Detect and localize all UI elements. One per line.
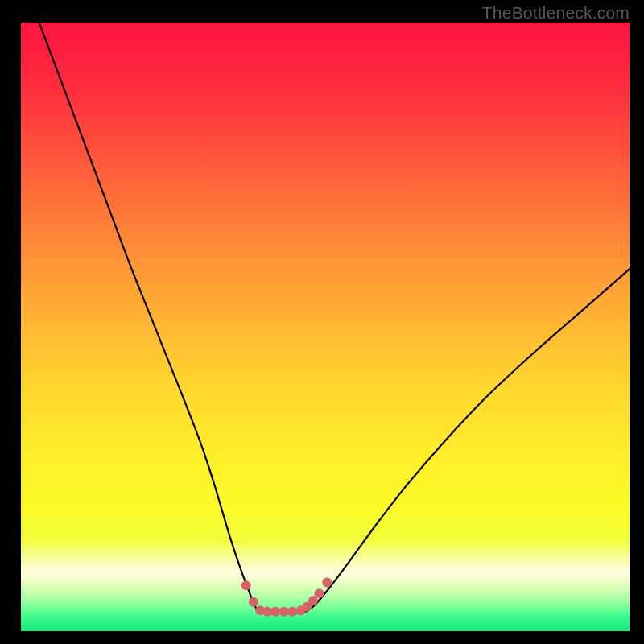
valley-marker bbox=[270, 607, 280, 617]
bottleneck-curve bbox=[39, 23, 630, 613]
valley-marker bbox=[287, 607, 297, 617]
figure-stage: TheBottleneck.com bbox=[0, 0, 644, 644]
watermark-text: TheBottleneck.com bbox=[482, 3, 630, 23]
valley-marker bbox=[279, 607, 289, 617]
valley-marker-group bbox=[242, 578, 332, 617]
plot-area bbox=[21, 23, 630, 631]
valley-marker bbox=[242, 580, 251, 590]
valley-marker bbox=[314, 588, 324, 598]
chart-canvas bbox=[21, 23, 630, 631]
valley-marker bbox=[322, 578, 332, 588]
valley-marker bbox=[249, 597, 258, 607]
